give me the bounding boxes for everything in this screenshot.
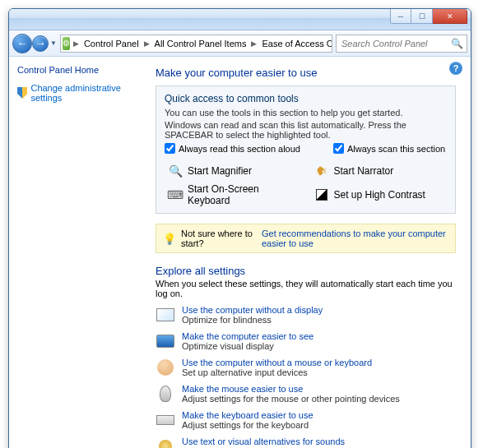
quick-access-text: Windows can read and scan this list auto… bbox=[165, 120, 447, 140]
tool-label: Start Narrator bbox=[334, 165, 394, 177]
tool-grid: 🔍 Start Magnifier 🗣 Start Narrator ⌨ Sta… bbox=[165, 164, 447, 206]
ico-see-icon bbox=[156, 331, 175, 351]
quick-access-text: You can use the tools in this section to… bbox=[165, 108, 447, 118]
breadcrumb-item[interactable]: All Control Panel Items bbox=[151, 35, 250, 52]
quick-access-checks: Always read this section aloud Always sc… bbox=[165, 143, 447, 154]
setting-link[interactable]: Use text or visual alternatives for soun… bbox=[182, 436, 345, 446]
checkbox-input[interactable] bbox=[333, 143, 344, 154]
always-scan-checkbox[interactable]: Always scan this section bbox=[333, 143, 445, 154]
hint-text: Not sure where to start? bbox=[181, 229, 257, 248]
tool-label: Start On-Screen Keyboard bbox=[188, 183, 298, 206]
forward-button[interactable]: → bbox=[32, 35, 49, 52]
chevron-right-icon: ▶ bbox=[249, 39, 258, 48]
ico-kb-icon bbox=[156, 410, 175, 430]
magnifier-icon: 🔍 bbox=[168, 164, 183, 178]
control-panel-home-link[interactable]: Control Panel Home bbox=[17, 65, 141, 75]
shield-icon bbox=[17, 87, 27, 99]
setting-desc: Set up alternative input devices bbox=[182, 367, 372, 377]
tool-label: Start Magnifier bbox=[188, 165, 252, 177]
checkbox-input[interactable] bbox=[165, 143, 175, 154]
nav-arrows: ← → ▼ bbox=[12, 34, 57, 53]
ico-nohands-icon bbox=[156, 358, 175, 377]
minimize-button[interactable]: ─ bbox=[390, 9, 411, 24]
content: ? Make your computer easier to use Quick… bbox=[149, 57, 471, 448]
hint-bar: 💡 Not sure where to start? Get recommend… bbox=[156, 224, 456, 253]
sidebar-link-label: Change administrative settings bbox=[30, 83, 141, 103]
high-contrast-icon bbox=[314, 187, 329, 202]
ico-display-icon bbox=[156, 305, 175, 325]
setting-link[interactable]: Make the keyboard easier to use bbox=[182, 410, 313, 420]
setting-body: Make the computer easier to seeOptimize … bbox=[182, 331, 313, 351]
get-recommendations-link[interactable]: Get recommendations to make your compute… bbox=[262, 229, 448, 248]
change-admin-settings-link[interactable]: Change administrative settings bbox=[17, 83, 141, 103]
setting-item: Make the computer easier to seeOptimize … bbox=[156, 331, 456, 351]
breadcrumb[interactable]: ⚙ ▶ Control Panel ▶ All Control Panel It… bbox=[60, 35, 332, 53]
control-panel-icon: ⚙ bbox=[63, 37, 70, 50]
bulb-icon: 💡 bbox=[163, 233, 176, 245]
start-osk-link[interactable]: ⌨ Start On-Screen Keyboard bbox=[168, 183, 298, 206]
quick-access-title: Quick access to common tools bbox=[165, 93, 447, 104]
explore-subtitle: When you select these settings, they wil… bbox=[156, 279, 456, 298]
nav-history-dropdown-icon[interactable]: ▼ bbox=[50, 39, 57, 47]
ico-mouse-icon bbox=[156, 384, 175, 404]
body: Control Panel Home Change administrative… bbox=[9, 57, 471, 448]
page-title: Make your computer easier to use bbox=[156, 67, 456, 79]
titlebar: ─ ☐ ✕ bbox=[9, 9, 471, 30]
start-magnifier-link[interactable]: 🔍 Start Magnifier bbox=[168, 164, 298, 178]
checkbox-label: Always scan this section bbox=[347, 144, 445, 154]
setting-item: Use the computer without a displayOptimi… bbox=[156, 305, 456, 325]
breadcrumb-item[interactable]: Ease of Access Center bbox=[258, 35, 332, 52]
help-icon[interactable]: ? bbox=[449, 62, 462, 75]
checkbox-label: Always read this section aloud bbox=[179, 144, 300, 154]
search-box[interactable]: 🔍 bbox=[336, 35, 467, 53]
setting-body: Use the computer without a mouse or keyb… bbox=[182, 358, 372, 377]
setting-link[interactable]: Make the mouse easier to use bbox=[182, 384, 400, 394]
navbar: ← → ▼ ⚙ ▶ Control Panel ▶ All Control Pa… bbox=[9, 30, 471, 57]
close-button[interactable]: ✕ bbox=[433, 9, 467, 24]
high-contrast-link[interactable]: Set up High Contrast bbox=[314, 183, 444, 206]
ico-sound-icon bbox=[156, 436, 175, 448]
setting-desc: Adjust settings for the mouse or other p… bbox=[182, 394, 400, 404]
setting-desc: Adjust settings for the keyboard bbox=[182, 420, 313, 430]
maximize-button[interactable]: ☐ bbox=[411, 9, 433, 24]
setting-item: Use text or visual alternatives for soun… bbox=[156, 436, 456, 448]
sidebar: Control Panel Home Change administrative… bbox=[9, 57, 149, 448]
explore-title: Explore all settings bbox=[156, 265, 456, 277]
setting-item: Make the mouse easier to useAdjust setti… bbox=[156, 384, 456, 404]
setting-link[interactable]: Use the computer without a mouse or keyb… bbox=[182, 358, 372, 367]
setting-link[interactable]: Make the computer easier to see bbox=[182, 331, 313, 341]
narrator-icon: 🗣 bbox=[314, 164, 329, 178]
setting-link[interactable]: Use the computer without a display bbox=[182, 305, 323, 315]
setting-body: Make the mouse easier to useAdjust setti… bbox=[182, 384, 400, 404]
breadcrumb-item[interactable]: Control Panel bbox=[81, 35, 142, 52]
setting-item: Use the computer without a mouse or keyb… bbox=[156, 358, 456, 377]
tool-label: Set up High Contrast bbox=[334, 189, 425, 201]
setting-body: Use the computer without a displayOptimi… bbox=[182, 305, 323, 325]
settings-list: Use the computer without a displayOptimi… bbox=[156, 305, 456, 448]
setting-body: Make the keyboard easier to useAdjust se… bbox=[182, 410, 313, 430]
setting-item: Make the keyboard easier to useAdjust se… bbox=[156, 410, 456, 430]
window: ─ ☐ ✕ ← → ▼ ⚙ ▶ Control Panel ▶ All Cont… bbox=[8, 8, 471, 448]
chevron-right-icon: ▶ bbox=[142, 39, 151, 48]
setting-body: Use text or visual alternatives for soun… bbox=[182, 436, 345, 448]
window-buttons: ─ ☐ ✕ bbox=[390, 9, 471, 24]
setting-desc: Optimize visual display bbox=[182, 341, 313, 351]
chevron-right-icon: ▶ bbox=[72, 39, 81, 48]
search-icon[interactable]: 🔍 bbox=[451, 38, 463, 49]
start-narrator-link[interactable]: 🗣 Start Narrator bbox=[314, 164, 444, 178]
search-input[interactable] bbox=[340, 38, 447, 49]
setting-desc: Optimize for blindness bbox=[182, 315, 323, 325]
always-read-checkbox[interactable]: Always read this section aloud bbox=[165, 143, 300, 154]
quick-access-box: Quick access to common tools You can use… bbox=[156, 85, 456, 214]
back-button[interactable]: ← bbox=[12, 34, 32, 53]
keyboard-icon: ⌨ bbox=[168, 187, 183, 202]
